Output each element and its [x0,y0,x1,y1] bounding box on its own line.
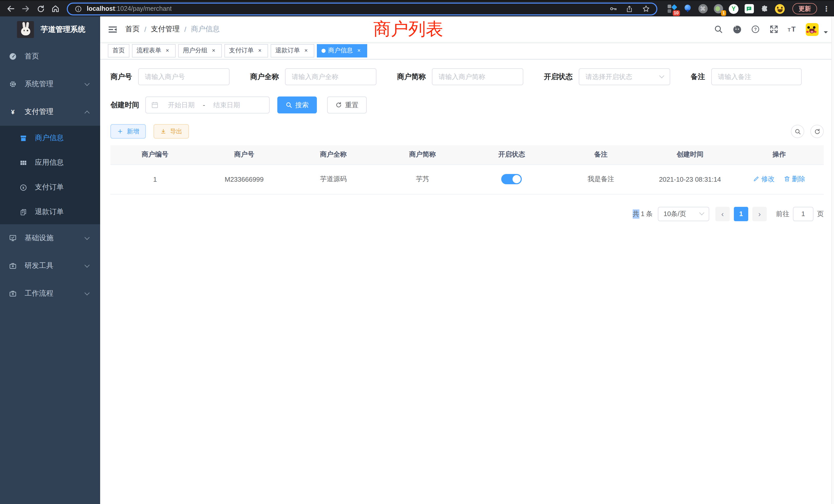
merchant-no-input[interactable] [138,68,229,85]
full-name-input[interactable] [285,68,376,85]
extension-command-icon[interactable]: ⌘ [698,4,708,14]
refresh-table-button[interactable] [810,125,824,138]
extension-camera-icon[interactable]: 1 [713,4,723,14]
browser-home-button[interactable] [50,3,61,14]
search-icon [286,101,292,108]
tab-refund-orders[interactable]: 退款订单 × [271,44,314,57]
search-icon[interactable] [713,24,724,35]
col-short-name: 商户简称 [378,145,467,164]
refresh-icon [335,101,342,108]
briefcase-icon [9,262,17,270]
tab-close-icon[interactable]: × [210,47,217,54]
browser-reload-button[interactable] [35,3,46,14]
chevron-down-icon [659,73,664,78]
tab-close-icon[interactable]: × [355,47,363,54]
monitor-check-icon [9,234,17,242]
tab-user-group[interactable]: 用户分组 × [178,44,222,57]
document-icon [20,208,27,216]
tab-close-icon[interactable]: × [256,47,263,54]
share-icon[interactable] [625,4,634,13]
tab-home[interactable]: 首页 [108,44,129,57]
edit-link[interactable]: 修改 [753,175,775,184]
page-size-select[interactable]: 10条/页 [658,207,709,221]
end-date-input[interactable] [207,101,246,109]
sidebar-item-refund-orders[interactable]: 退款订单 [0,200,100,224]
remark-input[interactable] [711,68,802,85]
browser-menu-icon[interactable]: ⋮ [823,5,829,13]
sidebar-item-dev-tools[interactable]: 研发工具 [0,252,100,280]
browser-forward-button[interactable] [20,3,31,14]
cell-full-name: 芋道源码 [289,164,378,194]
sidebar-item-pay-orders[interactable]: ¥ 支付订单 [0,175,100,200]
tab-pay-orders[interactable]: 支付订单 × [224,44,268,57]
add-button[interactable]: 新增 [110,124,146,139]
password-key-icon[interactable] [609,4,617,13]
svg-text:T: T [791,25,796,33]
short-name-label: 商户简称 [397,72,426,81]
page-scrollbar[interactable] [831,17,834,504]
tab-process-form[interactable]: 流程表单 × [132,44,176,57]
sidebar-item-system[interactable]: 系统管理 [0,70,100,98]
fullscreen-icon[interactable] [769,24,779,35]
reset-button[interactable]: 重置 [327,96,367,113]
help-icon[interactable]: ? [750,24,761,35]
pagination: 共 1 条 10条/页 ‹ 1 › 前往 页 [110,207,824,221]
breadcrumb: 首页 / 支付管理 / 商户信息 [125,25,220,34]
chevron-down-icon [699,210,704,215]
breadcrumb-home[interactable]: 首页 [125,25,140,34]
create-time-label: 创建时间 [110,100,139,110]
sidebar-item-infrastructure[interactable]: 基础设施 [0,224,100,252]
toggle-search-button[interactable] [791,125,804,138]
extension-chat-icon[interactable] [744,4,754,14]
chevron-down-icon [85,234,90,240]
search-button[interactable]: 搜索 [277,96,317,113]
svg-text:¥: ¥ [22,186,24,189]
col-full-name: 商户全称 [289,145,378,164]
status-select[interactable]: 请选择开启状态 [579,68,670,85]
col-status: 开启状态 [467,145,556,164]
extension-tiles-icon[interactable]: 10 [667,4,677,14]
breadcrumb-payment: 支付管理 [151,25,180,34]
export-button[interactable]: 导出 [154,124,189,139]
start-date-input[interactable] [162,101,201,109]
next-page-button[interactable]: › [752,207,767,221]
sidebar-collapse-icon[interactable] [100,17,125,42]
goto-page-input[interactable] [793,207,813,221]
font-size-icon[interactable]: TT [787,24,797,35]
delete-link[interactable]: 删除 [784,175,805,184]
status-switch[interactable] [502,174,522,184]
profile-emoji-avatar[interactable] [775,4,785,14]
extension-badge: 10 [673,10,680,16]
address-bar[interactable]: localhost:1024/pay/merchant [67,2,657,15]
bookmark-star-icon[interactable] [641,4,650,13]
extension-gem-icon[interactable] [682,4,692,14]
short-name-input[interactable] [432,68,523,85]
extensions-puzzle-icon[interactable] [760,4,769,14]
gear-icon [9,80,17,88]
browser-back-button[interactable] [5,3,17,14]
prev-page-button[interactable]: ‹ [716,207,730,221]
chrome-update-button[interactable]: 更新 [792,3,817,14]
create-time-range-picker[interactable]: - [145,96,270,113]
extension-y-icon[interactable]: Y [729,4,739,14]
sidebar-item-home[interactable]: 首页 [0,43,100,70]
sidebar-item-workflow[interactable]: 工作流程 [0,280,100,307]
page-number-current[interactable]: 1 [734,207,748,221]
github-icon[interactable] [732,24,742,35]
sidebar-item-merchant-info[interactable]: 商户信息 [0,126,100,151]
chevron-down-icon [85,81,90,86]
user-avatar[interactable] [806,23,818,36]
extensions-row: 10 ⌘ 1 Y 更新 ⋮ [667,3,829,14]
user-menu-caret-icon[interactable] [824,31,828,36]
tab-merchant-info[interactable]: 商户信息 × [317,44,367,57]
cell-merchant-id: 1 [110,164,199,194]
browser-toolbar: localhost:1024/pay/merchant 10 ⌘ [0,0,834,17]
site-info-icon[interactable] [74,4,83,13]
sidebar-item-payment[interactable]: ¥ 支付管理 [0,98,100,126]
goto-suffix: 页 [817,209,824,219]
tab-close-icon[interactable]: × [303,47,310,54]
status-label: 开启状态 [544,72,573,81]
sidebar-item-app-info[interactable]: 应用信息 [0,151,100,175]
tab-close-icon[interactable]: × [164,47,171,54]
app-logo-row[interactable]: 芋道管理系统 [0,17,100,43]
